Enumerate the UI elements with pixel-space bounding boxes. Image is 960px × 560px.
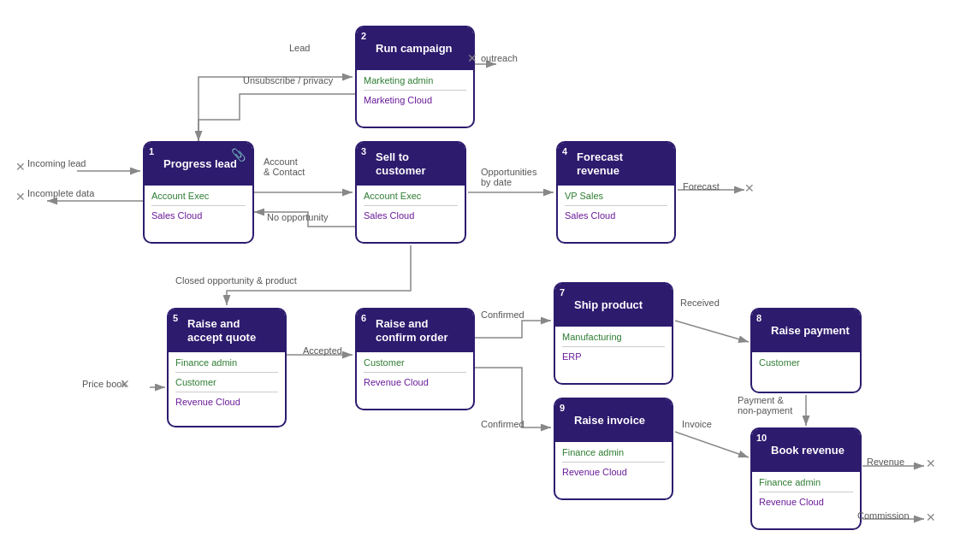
label-accepted: Accepted <box>303 345 342 356</box>
node-title-n7: Ship product <box>574 298 643 312</box>
label-no-opportunity: No opportunity <box>267 212 329 222</box>
label-confirmed-top: Confirmed <box>481 309 524 320</box>
node-system-n10: Revenue Cloud <box>759 497 853 507</box>
end-x-pricebook: ✕ <box>120 377 130 391</box>
node-title-n10: Book revenue <box>771 444 844 457</box>
label-incomplete-data: Incomplete data <box>27 188 94 198</box>
node-role-n10-0: Finance admin <box>759 477 853 487</box>
node-title-n5: Raise and accept quote <box>187 317 278 344</box>
label-lead: Lead <box>289 43 310 53</box>
node-role-n3-0: Account Exec <box>364 191 458 201</box>
node-num-n3: 3 <box>361 146 366 156</box>
node-title-n8: Raise payment <box>771 324 850 338</box>
end-x-outreach: ✕ <box>467 51 477 65</box>
node-num-n8: 8 <box>756 313 761 323</box>
end-x-incoming: ✕ <box>15 160 26 174</box>
node-n3: 3Sell to customerAccount ExecSales Cloud <box>355 141 466 244</box>
label-received: Received <box>680 298 720 308</box>
node-system-n7: ERP <box>562 351 665 362</box>
node-n6: 6Raise and confirm orderCustomerRevenue … <box>355 308 475 410</box>
node-num-n7: 7 <box>560 287 565 298</box>
node-num-n10: 10 <box>756 433 767 443</box>
label-revenue: Revenue <box>867 457 904 467</box>
label-payment: Payment &non-payment <box>738 395 792 416</box>
node-role-n9-0: Finance admin <box>562 447 665 457</box>
node-system-n4: Sales Cloud <box>565 210 667 221</box>
label-confirmed-bot: Confirmed <box>481 419 524 429</box>
node-title-n4: Forecast revenue <box>577 150 667 177</box>
node-role-n7-0: Manufacturing <box>562 332 665 342</box>
end-x-revenue: ✕ <box>926 457 936 470</box>
node-system-n2: Marketing Cloud <box>364 95 466 105</box>
label-outreach: outreach <box>481 53 518 63</box>
node-system-n9: Revenue Cloud <box>562 467 665 477</box>
label-unsubscribe: Unsubscribe / privacy <box>243 75 333 85</box>
node-n9: 9Raise invoiceFinance adminRevenue Cloud <box>554 398 673 500</box>
node-role-n8-0: Customer <box>759 357 853 368</box>
node-title-n3: Sell to customer <box>376 150 458 177</box>
label-invoice: Invoice <box>682 419 712 429</box>
node-role-n5-1: Customer <box>175 377 278 387</box>
label-opportunities: Opportunitiesby date <box>481 167 536 187</box>
node-system-n3: Sales Cloud <box>364 210 458 221</box>
node-num-n5: 5 <box>173 313 178 323</box>
node-title-n1: Progress lead <box>163 157 237 171</box>
node-n7: 7Ship productManufacturingERP <box>554 282 673 385</box>
node-n10: 10Book revenueFinance adminRevenue Cloud <box>750 427 862 530</box>
node-system-n1: Sales Cloud <box>151 210 246 221</box>
node-num-n4: 4 <box>562 146 567 156</box>
svg-line-11 <box>675 321 749 342</box>
node-n1: 📎1Progress leadAccount ExecSales Cloud <box>143 141 254 244</box>
node-n2: 2Run campaignMarketing adminMarketing Cl… <box>355 26 475 128</box>
label-incoming-lead: Incoming lead <box>27 158 86 168</box>
node-num-n2: 2 <box>361 31 366 41</box>
node-n4: 4Forecast revenueVP SalesSales Cloud <box>556 141 676 244</box>
node-role-n1-0: Account Exec <box>151 191 246 201</box>
end-x-incomplete: ✕ <box>15 190 26 203</box>
node-title-n6: Raise and confirm order <box>376 317 466 344</box>
label-closed-opp: Closed opportunity & product <box>175 275 297 286</box>
label-forecast: Forecast <box>683 181 720 192</box>
end-x-forecast: ✕ <box>744 181 755 195</box>
node-num-n1: 1 <box>149 146 154 156</box>
node-n5: 5Raise and accept quoteFinance adminCust… <box>167 308 287 427</box>
label-account-contact: Account& Contact <box>264 156 305 177</box>
node-role-n5-0: Finance admin <box>175 357 278 368</box>
label-commission: Commission <box>857 510 910 521</box>
paperclip-icon: 📎 <box>231 148 246 162</box>
node-system-n5: Revenue Cloud <box>175 397 278 407</box>
node-role-n6-0: Customer <box>364 357 466 368</box>
node-n8: 8Raise paymentCustomer <box>750 308 862 393</box>
end-x-commission: ✕ <box>926 510 936 524</box>
node-num-n9: 9 <box>560 403 565 413</box>
process-diagram: 📎1Progress leadAccount ExecSales Cloud2R… <box>0 0 960 560</box>
node-title-n9: Raise invoice <box>574 414 645 427</box>
node-title-n2: Run campaign <box>376 42 453 56</box>
node-num-n6: 6 <box>361 313 366 323</box>
node-system-n6: Revenue Cloud <box>364 377 466 387</box>
node-role-n2-0: Marketing admin <box>364 75 466 85</box>
svg-line-12 <box>675 432 749 457</box>
node-role-n4-0: VP Sales <box>565 191 667 201</box>
